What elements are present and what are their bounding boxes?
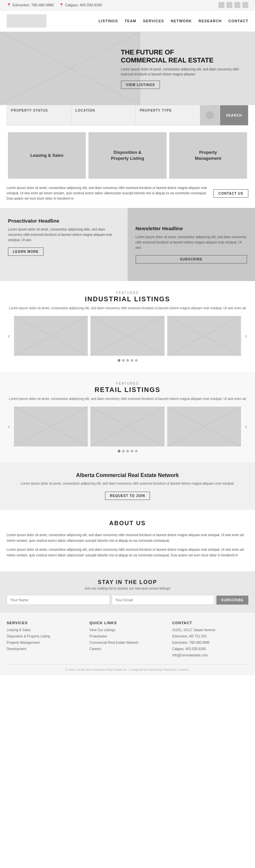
cta-button-wrap: CONTACT US bbox=[214, 189, 248, 198]
location-field[interactable]: LOCATION bbox=[72, 105, 136, 125]
instagram-icon[interactable] bbox=[243, 2, 248, 8]
industrial-featured-label: FEATURED bbox=[7, 291, 248, 294]
industrial-dot-5[interactable] bbox=[135, 359, 138, 362]
svg-point-2 bbox=[206, 111, 214, 119]
service-card-disposition[interactable]: Disposition &Property Listing bbox=[88, 132, 166, 179]
industrial-title: INDUSTRIAL LISTINGS bbox=[7, 295, 248, 303]
service-card-leasing[interactable]: Leasing & Sales bbox=[8, 132, 86, 179]
retail-dot-4[interactable] bbox=[131, 450, 133, 453]
nav-team[interactable]: TEAM bbox=[125, 19, 136, 23]
email-input[interactable] bbox=[112, 595, 215, 605]
phone-icon-2: 📍 bbox=[59, 3, 64, 7]
retail-title: RETAIL LISTINGS bbox=[7, 386, 248, 394]
promo-section: Proactivator Headline Lorem ipsum dolor … bbox=[0, 208, 255, 281]
service-label-disposition: Disposition &Property Listing bbox=[111, 150, 144, 161]
about-para-2: Lorem ipsum dolor sit amet, consectetur … bbox=[7, 547, 248, 558]
logo bbox=[7, 14, 47, 28]
hero-section: THE FUTURE OFCOMMERCIAL REAL ESTATE Lore… bbox=[0, 32, 255, 105]
property-status-field[interactable]: PROPERTY STATUS bbox=[7, 105, 72, 125]
linkedin-icon[interactable] bbox=[234, 2, 240, 8]
proactivator-description: Lorem ipsum dolor sit amet, consectetur … bbox=[8, 227, 120, 243]
industrial-item-2 bbox=[90, 316, 164, 356]
calgary-phone: 📍 Calgary: 403.930.8180 bbox=[59, 3, 102, 7]
services-section: Leasing & Sales Disposition &Property Li… bbox=[7, 132, 248, 179]
industrial-dot-2[interactable] bbox=[122, 359, 125, 362]
about-para-1: Lorem ipsum dolor sit amet, consectetur … bbox=[7, 532, 248, 544]
footer-quicklinks-col: QUICK LINKS View Our Listings Proactivat… bbox=[89, 621, 166, 659]
hero-title: THE FUTURE OFCOMMERCIAL REAL ESTATE bbox=[121, 48, 249, 64]
hero-image bbox=[0, 32, 140, 105]
hero-content: THE FUTURE OFCOMMERCIAL REAL ESTATE Lore… bbox=[121, 48, 249, 89]
search-button[interactable]: SEARCH bbox=[220, 105, 248, 125]
footer-service-4[interactable]: Development bbox=[7, 646, 83, 651]
newsletter-section: Newsletter Headline Lorem ipsum dolor si… bbox=[128, 208, 255, 281]
industrial-dots bbox=[7, 359, 248, 362]
newsletter-description: Lorem ipsum dolor sit amet, consectetur … bbox=[136, 235, 247, 250]
facebook-icon[interactable] bbox=[219, 2, 224, 8]
newsletter-headline: Newsletter Headline bbox=[136, 225, 247, 231]
footer-link-2[interactable]: Proactivator bbox=[89, 634, 166, 639]
footer-email[interactable]: info@cimrealestate.com bbox=[172, 653, 248, 658]
nav-contact[interactable]: CONTACT bbox=[228, 19, 248, 23]
retail-next-arrow[interactable]: › bbox=[244, 423, 248, 430]
property-type-field[interactable]: PROPERTY TYPE bbox=[136, 105, 200, 125]
view-listings-button[interactable]: VIEW LISTINGS bbox=[121, 81, 160, 89]
industrial-prev-arrow[interactable]: ‹ bbox=[7, 333, 11, 340]
retail-dot-5[interactable] bbox=[135, 450, 138, 453]
service-label-property-mgmt: PropertyManagement bbox=[195, 150, 221, 161]
footer: SERVICES Leasing & Sales Disposition & P… bbox=[0, 613, 255, 675]
industrial-dot-1[interactable] bbox=[118, 359, 120, 362]
retail-item-3 bbox=[167, 407, 241, 446]
industrial-item-3 bbox=[167, 316, 241, 356]
subscribe-button[interactable]: SUBSCRIBE bbox=[136, 255, 247, 264]
retail-dot-2[interactable] bbox=[122, 450, 125, 453]
twitter-icon[interactable] bbox=[226, 2, 232, 8]
footer-contact-col: CONTACT #1201, 10117 Jasper Avenue Edmon… bbox=[172, 621, 248, 659]
retail-item-1 bbox=[14, 407, 88, 446]
industrial-dot-4[interactable] bbox=[131, 359, 133, 362]
retail-featured-label: FEATURED bbox=[7, 382, 248, 385]
name-input[interactable] bbox=[7, 595, 110, 605]
learn-more-button[interactable]: LEARN MORE bbox=[8, 247, 44, 256]
footer-link-3[interactable]: Commercial Real Estate Network bbox=[89, 640, 166, 645]
contact-us-button[interactable]: CONTACT US bbox=[214, 189, 248, 198]
nav-research[interactable]: RESEARCH bbox=[198, 19, 222, 23]
main-nav: LISTINGS TEAM SERVICES NETWORK RESEARCH … bbox=[0, 10, 255, 32]
loop-subscribe-button[interactable]: SUBSCRIBE bbox=[217, 596, 248, 604]
retail-description: Lorem ipsum dolor sit amet, consectetur … bbox=[7, 396, 248, 401]
footer-link-4[interactable]: Careers bbox=[89, 646, 166, 651]
nav-services[interactable]: SERVICES bbox=[143, 19, 164, 23]
footer-phone-calgary: Calgary: 403.930.8180 bbox=[172, 646, 248, 651]
proactivator-headline: Proactivator Headline bbox=[8, 218, 120, 223]
footer-link-1[interactable]: View Our Listings bbox=[89, 627, 166, 632]
footer-service-3[interactable]: Property Management bbox=[7, 640, 83, 645]
loop-form: SUBSCRIBE bbox=[7, 595, 248, 605]
footer-phone-edmonton: Edmonton: 780.486.0886 bbox=[172, 640, 248, 645]
search-bar: PROPERTY STATUS LOCATION PROPERTY TYPE S… bbox=[7, 105, 248, 126]
industrial-description: Lorem ipsum dolor sit amet, consectetur … bbox=[7, 306, 248, 311]
industrial-next-arrow[interactable]: › bbox=[244, 333, 248, 340]
footer-address-2: Edmonton, AB T5J 2S5 bbox=[172, 634, 248, 639]
retail-dot-3[interactable] bbox=[126, 450, 129, 453]
nav-listings[interactable]: LISTINGS bbox=[98, 19, 118, 23]
retail-item-2 bbox=[90, 407, 164, 446]
retail-prev-arrow[interactable]: ‹ bbox=[7, 423, 11, 430]
industrial-carousel-items bbox=[14, 316, 241, 356]
search-image-thumb bbox=[200, 105, 220, 125]
footer-service-1[interactable]: Leasing & Sales bbox=[7, 627, 83, 632]
service-card-property-mgmt[interactable]: PropertyManagement bbox=[169, 132, 247, 179]
footer-columns: SERVICES Leasing & Sales Disposition & P… bbox=[7, 621, 248, 659]
nav-network[interactable]: NETWORK bbox=[171, 19, 192, 23]
loop-title: STAY IN THE LOOP bbox=[7, 579, 248, 585]
cta-section: Lorem ipsum dolor sit amet, consectetur … bbox=[0, 185, 255, 208]
footer-service-2[interactable]: Disposition & Property Listing bbox=[7, 634, 83, 639]
network-title: Alberta Commercial Real Estate Network bbox=[7, 472, 248, 478]
request-to-join-button[interactable]: REQUEST TO JOIN bbox=[105, 492, 150, 500]
proactivator-section: Proactivator Headline Lorem ipsum dolor … bbox=[0, 208, 128, 281]
retail-dot-1[interactable] bbox=[118, 450, 120, 453]
footer-contact-title: CONTACT bbox=[172, 621, 248, 625]
footer-services-title: SERVICES bbox=[7, 621, 83, 625]
retail-carousel-items bbox=[14, 407, 241, 446]
industrial-dot-3[interactable] bbox=[126, 359, 129, 362]
loop-section: STAY IN THE LOOP Join our mailing list t… bbox=[0, 571, 255, 613]
